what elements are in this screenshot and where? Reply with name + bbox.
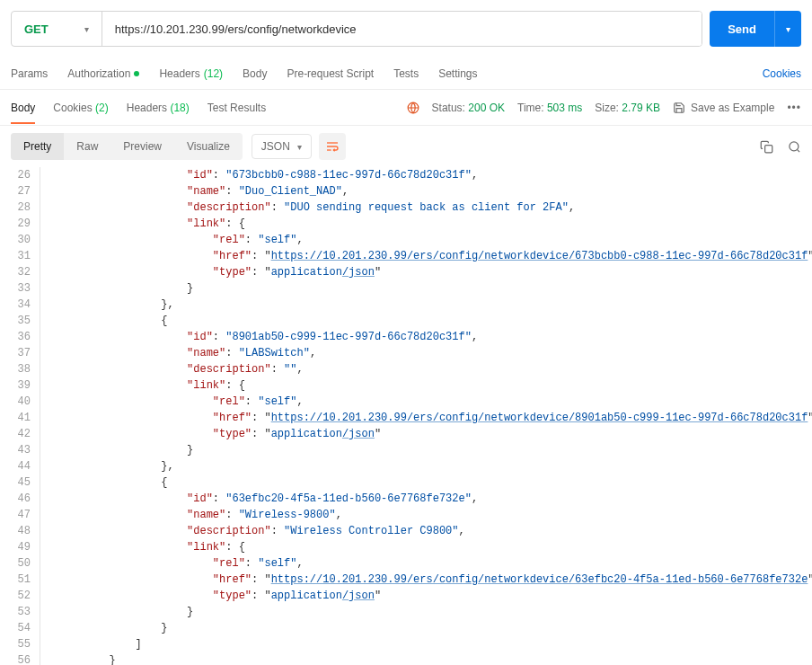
- code-line: 35 {: [0, 313, 812, 329]
- cookies-link[interactable]: Cookies: [763, 67, 801, 80]
- code-line: 31 "href": "https://10.201.230.99/ers/co…: [0, 248, 812, 264]
- svg-point-4: [790, 141, 799, 150]
- http-method-select[interactable]: GET ▾: [12, 12, 102, 46]
- code-content: }: [57, 604, 193, 620]
- line-number: 50: [0, 555, 40, 572]
- line-number: 32: [0, 264, 40, 280]
- code-line: 55 ]: [0, 636, 812, 652]
- search-button[interactable]: [788, 140, 801, 154]
- code-line: 28 "description": "DUO sending request b…: [0, 200, 812, 216]
- code-line: 42 "type": "application/json": [0, 426, 812, 442]
- code-content: }: [57, 620, 167, 636]
- tab-authorization[interactable]: Authorization: [67, 67, 139, 80]
- code-content: "link": {: [57, 539, 245, 555]
- svg-line-5: [797, 149, 799, 152]
- save-example-button[interactable]: Save as Example: [673, 102, 774, 114]
- code-line: 30 "rel": "self",: [0, 232, 812, 248]
- tab-headers[interactable]: Headers (12): [159, 67, 223, 80]
- code-line: 40 "rel": "self",: [0, 394, 812, 410]
- tab-prerequest[interactable]: Pre-request Script: [287, 67, 374, 80]
- code-content: }: [57, 652, 116, 665]
- size-label: Size: 2.79 KB: [595, 102, 660, 114]
- code-line: 45 {: [0, 474, 812, 491]
- code-line: 37 "name": "LABSwitch",: [0, 345, 812, 361]
- code-content: "rel": "self",: [57, 555, 304, 572]
- line-number: 52: [0, 588, 40, 604]
- method-url-container: GET ▾: [11, 11, 702, 47]
- wrap-icon: [325, 139, 340, 154]
- more-options-icon[interactable]: •••: [787, 102, 801, 114]
- code-line: 51 "href": "https://10.201.230.99/ers/co…: [0, 572, 812, 588]
- response-body-editor[interactable]: 26 "id": "673bcbb0-c988-11ec-997d-66c78d…: [0, 167, 812, 665]
- code-line: 56 }: [0, 652, 812, 665]
- line-number: 26: [0, 167, 40, 183]
- send-button-label: Send: [710, 22, 774, 36]
- tab-tests[interactable]: Tests: [393, 67, 419, 80]
- code-line: 39 "link": {: [0, 377, 812, 394]
- tab-settings[interactable]: Settings: [438, 67, 477, 80]
- code-content: "type": "application/json": [57, 426, 381, 442]
- copy-button[interactable]: [760, 140, 773, 154]
- code-content: "rel": "self",: [57, 394, 304, 410]
- line-number: 43: [0, 442, 40, 458]
- code-content: "type": "application/json": [57, 264, 381, 280]
- response-tab-cookies[interactable]: Cookies (2): [53, 93, 108, 123]
- response-tab-headers[interactable]: Headers (18): [127, 93, 190, 123]
- code-content: "id": "673bcbb0-c988-11ec-997d-66c78d20c…: [57, 167, 478, 183]
- code-content: ]: [57, 636, 142, 652]
- line-number: 41: [0, 410, 40, 426]
- svg-rect-3: [765, 145, 772, 152]
- line-number: 56: [0, 652, 40, 665]
- http-method-label: GET: [24, 22, 49, 36]
- code-content: },: [57, 458, 174, 474]
- auth-indicator-icon: [134, 71, 139, 76]
- line-number: 34: [0, 297, 40, 313]
- request-tabs: Params Authorization Headers (12) Body P…: [0, 58, 812, 90]
- url-input[interactable]: [102, 12, 702, 46]
- line-number: 55: [0, 636, 40, 652]
- code-line: 50 "rel": "self",: [0, 555, 812, 572]
- send-button[interactable]: Send ▾: [710, 11, 801, 47]
- code-line: 38 "description": "",: [0, 361, 812, 377]
- code-line: 32 "type": "application/json": [0, 264, 812, 280]
- view-mode-tabs: Pretty Raw Preview Visualize: [11, 133, 243, 160]
- send-dropdown[interactable]: ▾: [774, 11, 801, 47]
- network-icon[interactable]: [407, 102, 419, 114]
- view-preview[interactable]: Preview: [110, 133, 174, 160]
- format-select[interactable]: JSON ▾: [252, 134, 312, 159]
- code-content: "id": "63efbc20-4f5a-11ed-b560-6e7768fe7…: [57, 491, 478, 507]
- line-number: 28: [0, 200, 40, 216]
- code-content: "link": {: [57, 377, 245, 394]
- code-content: "description": "Wireless Controller C980…: [57, 523, 465, 539]
- tab-params[interactable]: Params: [11, 67, 48, 80]
- response-tab-test-results[interactable]: Test Results: [207, 93, 266, 123]
- response-status-bar: Status: 200 OK Time: 503 ms Size: 2.79 K…: [407, 102, 801, 114]
- code-line: 36 "id": "8901ab50-c999-11ec-997d-66c78d…: [0, 329, 812, 345]
- code-line: 47 "name": "Wireless-9800",: [0, 507, 812, 523]
- view-visualize[interactable]: Visualize: [174, 133, 243, 160]
- response-tab-body[interactable]: Body: [11, 93, 35, 123]
- code-line: 34 },: [0, 297, 812, 313]
- code-line: 43 }: [0, 442, 812, 458]
- tab-body[interactable]: Body: [243, 67, 267, 80]
- code-line: 52 "type": "application/json": [0, 588, 812, 604]
- line-number: 44: [0, 458, 40, 474]
- code-content: {: [57, 474, 167, 491]
- line-number: 39: [0, 377, 40, 394]
- code-line: 33 }: [0, 280, 812, 297]
- code-content: "rel": "self",: [57, 232, 304, 248]
- code-content: "name": "LABSwitch",: [57, 345, 316, 361]
- response-tabs: Body Cookies (2) Headers (18) Test Resul…: [0, 90, 812, 126]
- code-line: 44 },: [0, 458, 812, 474]
- code-content: {: [57, 313, 167, 329]
- code-line: 48 "description": "Wireless Controller C…: [0, 523, 812, 539]
- line-number: 47: [0, 507, 40, 523]
- view-pretty[interactable]: Pretty: [11, 133, 64, 160]
- line-number: 35: [0, 313, 40, 329]
- code-content: "href": "https://10.201.230.99/ers/confi…: [57, 248, 812, 264]
- line-wrap-toggle[interactable]: [319, 133, 346, 160]
- view-raw[interactable]: Raw: [64, 133, 110, 160]
- line-number: 40: [0, 394, 40, 410]
- view-right-actions: [760, 140, 801, 154]
- line-number: 45: [0, 474, 40, 491]
